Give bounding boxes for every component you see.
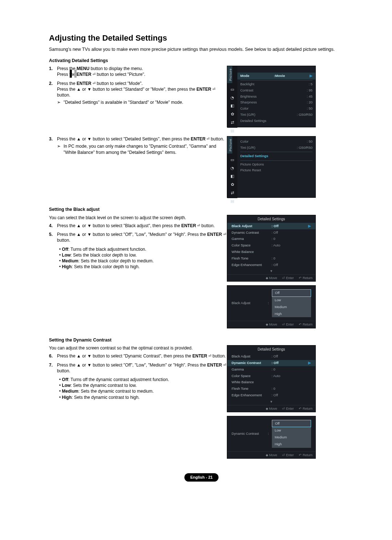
arrow-right-icon: ▶	[310, 74, 313, 78]
popup-dynamic-contrast: Dynamic Contrast : OffLowMediumHigh ◆ Mo…	[227, 416, 316, 459]
gear-icon: ✿	[230, 111, 235, 117]
osd-row: Backlight: 5	[237, 81, 315, 87]
osd-row: Flesh Tone: 0	[227, 255, 315, 262]
tv-icon: ▭	[230, 87, 235, 92]
osd-row-label: White Balance	[232, 250, 271, 254]
enter-hint: ⏎ Enter	[282, 406, 294, 411]
osd-panel-picture: Picture ▭ ◔ ◧ ✿ ⇄ ▤ Mode:Movie▶Backlight…	[227, 66, 316, 127]
osd-row: Color: 50	[237, 106, 315, 112]
osd-row: Detailed Settings	[237, 118, 315, 124]
popup-label: Black Adjust	[232, 301, 268, 306]
bullet-item: Low: Sets the dynamic contrast to low.	[59, 382, 227, 388]
page-title: Adjusting the Detailed Settings	[49, 33, 367, 44]
osd-row: Brightness: 45	[237, 94, 315, 100]
popup-option: Medium	[272, 434, 311, 441]
bullet-item: High: Sets the black color depth to high…	[59, 264, 227, 270]
osd-row-value: : G50/R50	[297, 112, 313, 117]
note-arrow-icon: ➣	[57, 99, 64, 105]
popup-option: Low	[272, 427, 311, 434]
step-text: Press the MENU button to display the men…	[57, 66, 227, 71]
bullet-item: Off: Turns off the dynamic contrast adju…	[59, 377, 227, 382]
osd-row-value: : Auto	[271, 243, 280, 248]
step-number: 2.	[49, 81, 57, 107]
osd-row-value: : 0	[271, 386, 275, 391]
osd-row: Mode:Movie▶	[237, 73, 315, 79]
osd-row-value: : 50	[307, 106, 313, 111]
popup-option: High	[272, 441, 311, 448]
osd-row-label: Edge Enhancement	[232, 393, 271, 398]
popup-option: Medium	[272, 304, 311, 311]
osd-footer-hints-4: ◆ Move ⏎ Enter ↶ Return	[227, 451, 315, 458]
step-list-2: 4.Press the ▲ or ▼ button to select "Bla…	[49, 223, 227, 244]
osd-row-label: Color Space	[232, 243, 271, 248]
osd-row-label: Edge Enhancement	[232, 263, 271, 267]
move-hint: ◆ Move	[266, 276, 277, 280]
osd-footer-hints-3: ◆ Move ⏎ Enter ↶ Return	[227, 405, 315, 412]
step-number: 1.	[49, 66, 57, 77]
osd-row-label: Picture Reset	[240, 168, 261, 173]
return-hint: ↶ Return	[299, 276, 313, 280]
scroll-down-icon: ▼	[232, 400, 311, 404]
intro-text: Samsung's new TVs allow you to make even…	[49, 46, 367, 53]
osd-title: Detailed Settings	[227, 215, 315, 223]
osd-title-2: Detailed Settings	[227, 345, 315, 353]
subheading-dynamic-contrast: Setting the Dynamic Contrast	[49, 337, 367, 343]
step-text: Press the ▲ or ▼ button to select "Dynam…	[57, 353, 227, 359]
bullet-item: Medium: Sets the dynamic contrast to med…	[59, 388, 227, 394]
note-arrow-icon: ➣	[57, 143, 64, 155]
circle-icon: ◔	[230, 165, 235, 171]
bullets-dynamic-contrast: Off: Turns off the dynamic contrast adju…	[57, 377, 227, 400]
osd-tab-picture: Picture	[227, 66, 232, 83]
bullet-item: High: Sets the dynamic contrast to high.	[59, 394, 227, 400]
circle-icon: ◔	[230, 95, 235, 101]
osd-row-label: Black Adjust	[232, 354, 271, 359]
osd-row-label: Flesh Tone	[232, 256, 271, 261]
step-text: Press the ▲ or ▼ button to select "Off",…	[57, 232, 227, 243]
move-hint: ◆ Move	[266, 453, 277, 457]
osd-row-value: : 50	[307, 139, 313, 144]
osd-row-value: : Off	[271, 230, 278, 235]
desc-dynamic-contrast: You can adjust the screen contrast so th…	[49, 345, 227, 351]
osd-row-label: White Balance	[232, 380, 271, 385]
osd-row-label: Sharpness	[240, 100, 257, 105]
osd-row: Sharpness: 20	[237, 99, 315, 106]
input-icon: ⇄	[230, 120, 235, 125]
step-number: 6.	[49, 353, 57, 359]
osd-row-value: : 0	[271, 237, 275, 241]
bullet-item: Medium: Sets the black color depth to me…	[59, 258, 227, 264]
desc-black-adjust: You can select the black level on the sc…	[49, 215, 227, 221]
step-number: 5.	[49, 232, 57, 243]
osd-row-label: Detailed Settings	[240, 119, 266, 123]
osd-row-value: : Auto	[271, 374, 280, 379]
osd-row: Gamma: 0	[227, 236, 315, 242]
osd-row-value: : 95	[307, 88, 313, 93]
apps-icon: ▤	[230, 128, 235, 134]
bullet-item: Off: Turns off the black adjustment func…	[59, 246, 227, 252]
osd-row: Detailed Settings	[237, 153, 315, 160]
osd-row: Dynamic Contrast: Off▶	[227, 360, 315, 367]
step-number: 3.	[49, 136, 57, 157]
osd-detailed-settings-dc: Detailed Settings Black Adjust: OffDynam…	[227, 345, 316, 412]
return-hint: ↶ Return	[299, 406, 313, 411]
step-text: Press the ▲ or ▼ button to select "Stand…	[57, 86, 227, 98]
osd-row-label: Color	[240, 106, 249, 111]
osd-sidebar-icons-2: ▭ ◔ ◧ ✿ ⇄ ▤	[227, 155, 237, 206]
osd-row: Black Adjust: Off▶	[227, 223, 315, 229]
gear-icon: ✿	[230, 182, 235, 187]
apps-icon: ▤	[230, 199, 235, 204]
osd-row-label: Tint (G/R)	[240, 112, 255, 117]
popup-label-2: Dynamic Contrast	[232, 431, 268, 436]
osd-row-value: : 20	[307, 100, 313, 105]
osd-footer-hints-2: ◆ Move ⏎ Enter ↶ Return	[227, 321, 315, 328]
scroll-down-icon: ▼	[232, 269, 311, 273]
popup-option: Off	[272, 289, 311, 297]
osd-row: Contrast: 95	[237, 87, 315, 94]
note-text: In PC mode, you can only make changes to…	[64, 143, 227, 155]
osd-sidebar-icons: ▭ ◔ ◧ ✿ ⇄ ▤	[227, 85, 237, 136]
step-text: Press the ENTER ⏎ button to select "Mode…	[57, 81, 227, 86]
osd-row: White Balance	[227, 379, 315, 386]
osd-row-value: : Off	[271, 354, 278, 359]
osd-row-value: : Off	[271, 263, 278, 267]
osd-row-value: : G50/R50	[297, 146, 313, 150]
osd-row: Flesh Tone: 0	[227, 386, 315, 392]
